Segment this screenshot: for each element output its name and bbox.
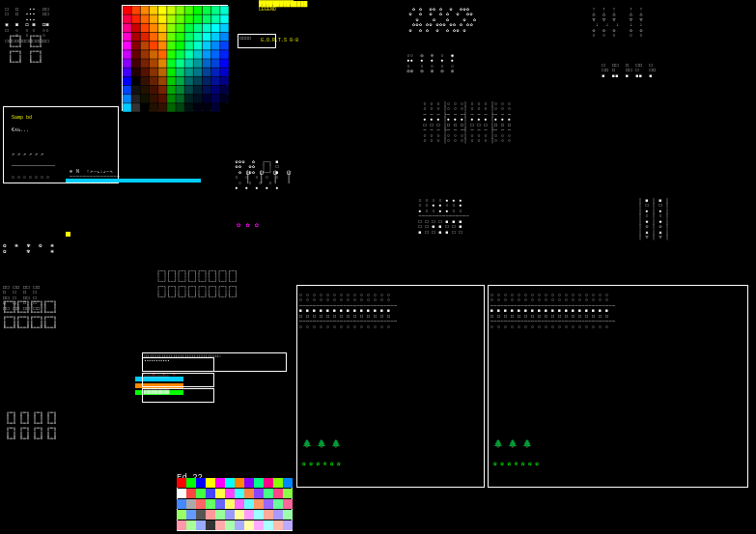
right-top-symbols: ↑ ↑ ↑ ↑ ↑ △ △ △ △ △ ▽ ▽ ▽ ▽ ▽ ↓ ↓ ↓ ↓ ↓ … bbox=[589, 2, 643, 40]
rect-symbols-left: ╔══╗╔══╗╔══╗╔══╗ ║ ║║ ║║ ║║ ║ ╚══╝╚══╝╚═… bbox=[3, 295, 57, 332]
sp1-text: ▪▪▪▪▪▪▪▪▪▪▪ bbox=[143, 358, 213, 364]
magenta-symbols: ✿ ✿ ✿ bbox=[237, 222, 260, 230]
sp3-text: ▓▓▓▓▓▓▓▓▓▓▓ bbox=[143, 389, 213, 395]
tree-symbols: ✿ ❀ ✾ ✿ ❀ ✿ ✾ ❀ bbox=[3, 237, 54, 256]
small-panel-1: ▪▪▪▪▪▪▪▪▪▪▪ bbox=[142, 357, 214, 372]
small-panel-3: ▓▓▓▓▓▓▓▓▓▓▓ bbox=[142, 388, 214, 403]
small-box-1: □□□□ bbox=[238, 34, 276, 48]
car-symbols-bottom: ╔═╗ ╔═╗ ╔═╗ ╔═╗ ║ ║ ║ ║ ║ ║ ║ ║ ╚═╝ ╚═╝ … bbox=[3, 406, 57, 443]
top-subtitle: LEGEND bbox=[259, 8, 276, 14]
panel2-content: ○ ○ ○ ○ ○ ○ ○ ○ ○ ○ ○ ○ ○ ○ ○ ○ ○ ○ ○ ○ … bbox=[490, 288, 748, 330]
small-boxes-mid: ┌─┐┌─┐┌─┐┌─┐┌─┐┌─┐┌─┐┌─┐ │ ││ ││ ││ ││ │… bbox=[154, 264, 238, 301]
palm-trees: ψ ψ ψ ψ | | | | bbox=[241, 162, 292, 184]
header-yellow: ▓▓▓▓▓▓▓▓▓▓▓▓ bbox=[259, 0, 294, 6]
center-top-symbols: ✿ ✿ ✿✿ ✿ ✿ ✿✿✿ ✿ ✿ ✿ ✿ ✿ ✿ ✿✿ ✿ ✿ ✿ ✿ ✿ … bbox=[406, 2, 477, 34]
color-chart-panel bbox=[122, 5, 228, 111]
panel1-content: ○ ○ ○ ○ ○ ○ ○ ○ ○ ○ ○ ○ ○ ○ ○ ○ ○ ○ ○ ○ … bbox=[299, 288, 485, 330]
landscape-panel-2: ○ ○ ○ ○ ○ ○ ○ ○ ○ ○ ○ ○ ○ ○ ○ ○ ○ ○ ○ ○ … bbox=[488, 285, 748, 488]
right-col-symbols: │ ■ │ ■ │ │ □ │ □ │ │ ● │ ● │ │ ○ │ ○ │ … bbox=[635, 193, 669, 241]
panel1-green-trees: 🌲 🌲 🌲 bbox=[302, 439, 341, 448]
panel1-bottom-elements: ✿ ✿ ✿ ⊕ ✿ ✿ bbox=[302, 460, 341, 467]
panel2-bottom-elements: ✿ ✿ ✿ ⊕ ✿ ✿ ✿ bbox=[493, 460, 539, 467]
mid-right-symbols: ○○ ◎ ⊙ ○ ◉ ●● ● ● ● ● ○ ○ ○ ○ ○ ◎◎ ◎ ◎ ◎… bbox=[404, 48, 455, 75]
panel2-green-trees: 🌲 🌲 🌲 bbox=[493, 439, 532, 448]
small-panel-2: ░░░░░░░░░░░ bbox=[142, 373, 214, 387]
yellow-dot bbox=[66, 232, 70, 237]
main-canvas: ██████████████ LEGEND □ □ ▪▪ □□ □ □ ▪▪▪ … bbox=[0, 0, 756, 534]
pixel-art-strip bbox=[177, 481, 283, 529]
landscape-panel-1: ○ ○ ○ ○ ○ ○ ○ ○ ○ ○ ○ ○ ○ ○ ○ ○ ○ ○ ○ ○ … bbox=[296, 285, 485, 488]
right-mid-symbols: □ □□ □ □□ □ □□ □ □□ □ □□ ■ ■■ ■ ■■ ■ bbox=[599, 58, 657, 79]
large-right-symbols: ○ ○ ○ │○ ○ ○│ ○ ○ ○ │○ ○ ○ ○ ○ ○ │○ ○ ○│… bbox=[420, 97, 512, 145]
vehicle-symbols-1: ╔══╗ ╔══╗ ║ ║ ║ ║ ╚══╝ ╚══╝ ╔══╗ ╔══╗ ║ … bbox=[2, 29, 42, 67]
cyan-bar bbox=[66, 179, 201, 183]
scattered-mid: ○ ○ ○ ○ ● ● ● ○ ○ ● ● ○ ○ ● ● ○ ○ ● ● ○ … bbox=[415, 193, 469, 236]
sp2-text: ░░░░░░░░░░░ bbox=[143, 374, 213, 379]
